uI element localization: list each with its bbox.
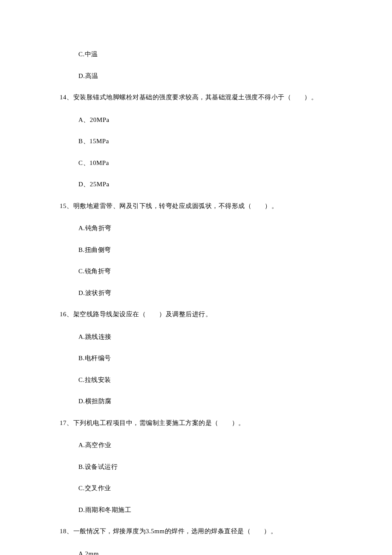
q14-option-b: B、15MPa — [78, 136, 332, 146]
prev-option-d: D.高温 — [78, 71, 332, 81]
q17-option-d: D.雨期和冬期施工 — [78, 505, 332, 515]
question-17: 17、下列机电工程项目中，需编制主要施工方案的是（ ）。 — [60, 418, 332, 428]
q17-option-c: C.交叉作业 — [78, 483, 332, 493]
question-18: 18、一般情况下，焊接厚度为3.5mm的焊件，选用的焊条直径是（ ）。 — [60, 526, 332, 536]
question-15: 15、明敷地避雷带、网及引下线，转弯处应成圆弧状，不得形成（ ）。 — [60, 201, 332, 211]
q15-option-c: C.锐角折弯 — [78, 266, 332, 276]
question-14: 14、安装胀锚式地脚螺栓对基础的强度要求较高，其基础混凝土强度不得小于（ ）。 — [60, 92, 332, 102]
q14-option-c: C、10MPa — [78, 158, 332, 168]
q16-option-b: B.电杆编号 — [78, 353, 332, 363]
q18-option-a: A.2mm — [78, 549, 332, 555]
q15-option-d: D.波状折弯 — [78, 288, 332, 298]
q16-option-c: C.拉线安装 — [78, 375, 332, 385]
q15-option-a: A.钝角折弯 — [78, 223, 332, 233]
prev-option-c: C.中温 — [78, 49, 332, 59]
q17-option-a: A.高空作业 — [78, 440, 332, 450]
q16-option-a: A.跳线连接 — [78, 332, 332, 342]
question-16: 16、架空线路导线架设应在（ ）及调整后进行。 — [60, 309, 332, 319]
q16-option-d: D.横担防腐 — [78, 396, 332, 406]
q15-option-b: B.扭曲侧弯 — [78, 245, 332, 255]
q14-option-d: D、25MPa — [78, 179, 332, 189]
page-content: C.中温 D.高温 14、安装胀锚式地脚螺栓对基础的强度要求较高，其基础混凝土强… — [0, 0, 392, 555]
q17-option-b: B.设备试运行 — [78, 462, 332, 472]
q14-option-a: A、20MPa — [78, 115, 332, 125]
